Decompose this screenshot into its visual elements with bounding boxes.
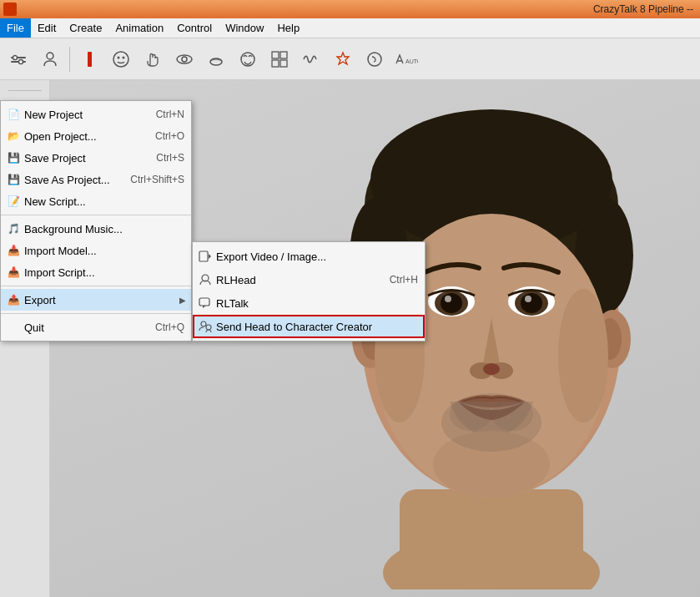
- title-bar: CrazyTalk 8 Pipeline --: [0, 0, 700, 18]
- save-as-icon: 💾: [6, 172, 21, 187]
- toolbar-expression-btn[interactable]: [233, 44, 263, 74]
- svg-point-46: [558, 289, 608, 422]
- import-script-icon: 📥: [6, 265, 21, 280]
- menu-import-model[interactable]: 📥 Import Model...: [1, 240, 191, 261]
- toolbar-auto-btn[interactable]: AUTO: [391, 44, 421, 74]
- menu-create[interactable]: Create: [63, 18, 108, 38]
- export-rlhead[interactable]: RLHead Ctrl+H: [193, 268, 425, 291]
- rltalk-icon: [198, 296, 213, 311]
- menu-control[interactable]: Control: [170, 18, 219, 38]
- menu-help[interactable]: Help: [270, 18, 306, 38]
- svg-rect-13: [272, 52, 279, 58]
- menu-save-as-project[interactable]: 💾 Save As Project... Ctrl+Shift+S: [1, 169, 191, 190]
- svg-rect-50: [199, 251, 208, 261]
- svg-rect-15: [272, 60, 279, 67]
- svg-point-2: [13, 55, 18, 59]
- export-submenu: Export Video / Image... RLHead Ctrl+H RL…: [192, 241, 426, 342]
- svg-marker-51: [209, 254, 211, 259]
- svg-point-55: [206, 325, 211, 330]
- toolbar-character-btn[interactable]: [35, 44, 65, 74]
- svg-point-35: [441, 293, 462, 313]
- toolbar-wave-btn[interactable]: [296, 44, 326, 74]
- send-head-icon: [198, 319, 213, 334]
- toolbar-ear-btn[interactable]: [360, 44, 390, 74]
- menu-import-script[interactable]: 📥 Import Script...: [1, 261, 191, 283]
- svg-point-43: [483, 363, 500, 375]
- svg-rect-14: [280, 52, 287, 58]
- toolbar-eye-btn[interactable]: [169, 44, 199, 74]
- app-icon: [3, 3, 17, 16]
- toolbar-play-btn[interactable]: [74, 44, 104, 74]
- menu-save-project[interactable]: 💾 Save Project Ctrl+S: [1, 147, 191, 169]
- send-head-to-character-creator[interactable]: Send Head to Character Creator: [193, 315, 425, 338]
- sep1: [1, 215, 191, 215]
- menu-bar: File Edit Create Animation Control Windo…: [0, 18, 700, 38]
- toolbar-mouth-btn[interactable]: [201, 44, 231, 74]
- svg-text:AUTO: AUTO: [405, 58, 418, 64]
- export-video-icon: [198, 249, 213, 264]
- export-video-image[interactable]: Export Video / Image...: [193, 245, 425, 268]
- toolbar-sep1: [69, 47, 70, 72]
- quit-icon: [6, 320, 21, 335]
- svg-point-4: [47, 53, 53, 59]
- svg-point-49: [491, 397, 533, 431]
- svg-rect-53: [199, 298, 209, 306]
- menu-file[interactable]: File: [0, 18, 31, 38]
- svg-point-6: [113, 52, 128, 67]
- svg-point-48: [450, 397, 491, 431]
- rlhead-icon: [198, 272, 213, 287]
- new-script-icon: 📝: [6, 194, 21, 209]
- menu-new-project[interactable]: 📄 New Project Ctrl+N: [1, 104, 191, 125]
- svg-point-54: [201, 321, 206, 326]
- toolbar-grid-btn[interactable]: [264, 44, 295, 74]
- export-rltalk[interactable]: RLTalk: [193, 291, 425, 315]
- export-icon: 📤: [6, 292, 21, 307]
- app-title: CrazyTalk 8 Pipeline --: [593, 3, 693, 15]
- main-area: ↩ ↪: [0, 80, 700, 597]
- svg-point-39: [521, 293, 542, 313]
- toolbar-emotion-btn[interactable]: [328, 44, 358, 74]
- menu-export[interactable]: 📤 Export: [1, 289, 191, 311]
- toolbar: AUTO: [0, 38, 700, 80]
- file-dropdown: 📄 New Project Ctrl+N 📂 Open Project... C…: [0, 100, 192, 342]
- svg-rect-16: [280, 60, 287, 67]
- toolbar-hand-btn[interactable]: [138, 44, 168, 74]
- new-project-icon: 📄: [6, 107, 21, 122]
- svg-point-3: [19, 59, 23, 63]
- menu-background-music[interactable]: 🎵 Background Music...: [1, 218, 191, 240]
- sep2: [1, 286, 191, 286]
- menu-window[interactable]: Window: [219, 18, 270, 38]
- toolbar-face-btn[interactable]: [106, 44, 136, 74]
- sep3: [1, 313, 191, 314]
- menu-edit[interactable]: Edit: [31, 18, 63, 38]
- svg-point-17: [368, 53, 381, 66]
- open-project-icon: 📂: [6, 129, 21, 144]
- svg-point-8: [123, 56, 125, 58]
- import-model-icon: 📥: [6, 243, 21, 258]
- left-panel-divider: [8, 90, 42, 91]
- background-music-icon: 🎵: [6, 221, 21, 236]
- menu-quit[interactable]: Quit Ctrl+Q: [1, 316, 191, 338]
- toolbar-settings-btn[interactable]: [3, 44, 33, 74]
- menu-animation[interactable]: Animation: [108, 18, 170, 38]
- save-project-icon: 💾: [6, 150, 21, 165]
- svg-point-40: [525, 296, 531, 302]
- svg-point-36: [445, 296, 451, 302]
- svg-rect-5: [88, 52, 92, 67]
- svg-point-7: [118, 56, 120, 58]
- menu-open-project[interactable]: 📂 Open Project... Ctrl+O: [1, 125, 191, 147]
- svg-point-10: [182, 57, 187, 62]
- menu-new-script[interactable]: 📝 New Script...: [1, 190, 191, 212]
